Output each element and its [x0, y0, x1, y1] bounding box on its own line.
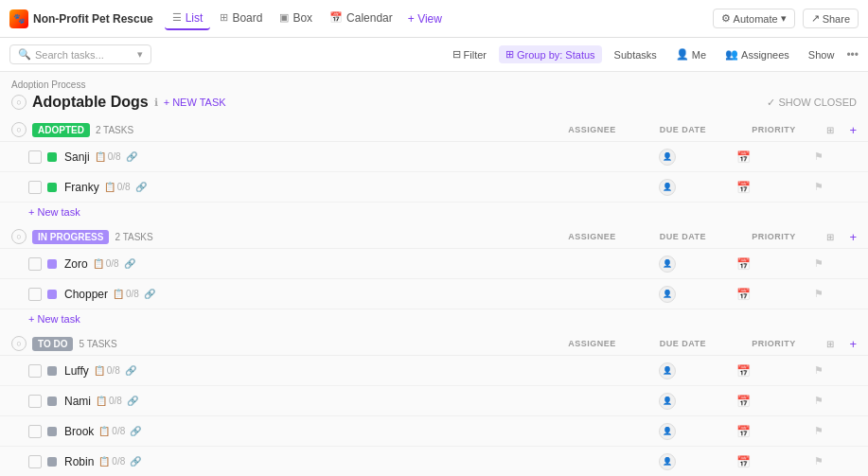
assignee-col[interactable]: 👤 [629, 256, 705, 273]
more-icon[interactable]: ••• [846, 48, 859, 62]
me-btn[interactable]: 👤 Me [669, 45, 713, 63]
tab-board[interactable]: ⊞ Board [212, 8, 270, 30]
tab-box[interactable]: ▣ Box [272, 8, 320, 30]
task-dot [47, 183, 57, 192]
board-icon: ⊞ [220, 11, 228, 24]
task-checkbox[interactable] [28, 455, 42, 468]
task-checklist-icon: 📋 0/8 [104, 182, 131, 192]
grid-icon2[interactable]: ⊞ [826, 232, 834, 242]
share-btn[interactable]: ↗ Share [803, 9, 859, 28]
grid-icon[interactable]: ⊞ [826, 125, 834, 135]
due-date-col[interactable]: 📅 [705, 425, 781, 438]
task-checkbox[interactable] [28, 425, 42, 438]
priority-flag-icon: ⚑ [814, 181, 824, 193]
assignee-col[interactable]: 👤 [629, 362, 705, 379]
priority-col[interactable]: ⚑ [781, 455, 857, 467]
collapse-icon-inprogress[interactable]: ○ [11, 229, 27, 244]
calendar-icon: 📅 [736, 364, 751, 378]
task-checklist-icon: 📋 0/8 [93, 258, 119, 269]
add-col-icon2[interactable]: + [849, 230, 857, 244]
priority-header3: PRIORITY [735, 339, 811, 348]
add-view-btn[interactable]: + View [402, 9, 448, 29]
task-checkbox[interactable] [28, 150, 42, 164]
task-dot [47, 290, 57, 299]
due-date-col[interactable]: 📅 [705, 257, 781, 271]
tab-calendar[interactable]: 📅 Calendar [322, 8, 400, 30]
show-btn[interactable]: Show [802, 46, 841, 63]
grid-icon3[interactable]: ⊞ [826, 339, 834, 349]
status-group-inprogress: ○ IN PROGRESS 2 TASKS ASSIGNEE DUE DATE … [0, 225, 868, 328]
task-checkbox[interactable] [28, 181, 42, 194]
logo-text: Non-Profit Pet Rescue [33, 12, 153, 26]
priority-col[interactable]: ⚑ [781, 395, 857, 407]
new-task-btn[interactable]: + NEW TASK [164, 97, 226, 108]
task-checklist-icon: 📋 0/8 [98, 426, 125, 436]
group-by-btn[interactable]: ⊞ Group by: Status [499, 45, 602, 63]
assignee-col[interactable]: 👤 [629, 393, 705, 410]
adopted-badge: ADOPTED [32, 123, 90, 137]
todo-count: 5 TASKS [79, 339, 116, 349]
assignee-col[interactable]: 👤 [629, 286, 705, 303]
due-date-col[interactable]: 📅 [705, 288, 781, 301]
task-checkbox[interactable] [28, 364, 42, 378]
project-expand-icon[interactable]: ○ [11, 95, 27, 110]
task-link-icon: 🔗 [130, 426, 141, 436]
assignee-col[interactable]: 👤 [629, 179, 705, 196]
calendar-icon: 📅 [736, 455, 751, 468]
status-header-inprogress: ○ IN PROGRESS 2 TASKS ASSIGNEE DUE DATE … [0, 225, 868, 249]
priority-col[interactable]: ⚑ [781, 150, 857, 163]
add-col-icon[interactable]: + [849, 123, 857, 137]
search-chevron: ▾ [137, 48, 143, 61]
task-checkbox[interactable] [28, 257, 42, 271]
priority-col[interactable]: ⚑ [781, 288, 857, 300]
task-checkbox[interactable] [28, 395, 42, 408]
collapse-icon-todo[interactable]: ○ [11, 336, 27, 351]
project-adoptable-dogs: Adoption Process ○ Adoptable Dogs ℹ + NE… [0, 72, 868, 476]
filter-btn[interactable]: ⊟ Filter [446, 45, 493, 63]
tab-list[interactable]: ☰ List [165, 8, 211, 30]
assignees-btn[interactable]: 👥 Assignees [718, 45, 796, 63]
task-name: Franky 📋 0/8 🔗 [64, 181, 629, 194]
search-box[interactable]: 🔍 Search tasks... ▾ [9, 44, 151, 64]
task-name: Chopper 📋 0/8 🔗 [64, 288, 629, 301]
collapse-icon-adopted[interactable]: ○ [11, 122, 27, 137]
task-checklist-icon: 📋 0/8 [113, 289, 139, 299]
show-closed-btn[interactable]: ✓ SHOW CLOSED [767, 97, 857, 109]
add-col-icon3[interactable]: + [849, 337, 857, 351]
due-date-col[interactable]: 📅 [705, 395, 781, 408]
due-date-col[interactable]: 📅 [705, 150, 781, 164]
inprogress-badge: IN PROGRESS [32, 230, 109, 244]
priority-col[interactable]: ⚑ [781, 257, 857, 270]
assignee-col[interactable]: 👤 [629, 423, 705, 440]
due-date-header2: DUE DATE [645, 232, 720, 241]
avatar: 👤 [659, 179, 676, 196]
inprogress-cols: ASSIGNEE DUE DATE PRIORITY ⊞ + [554, 230, 857, 244]
project-info-icon: ℹ [154, 97, 158, 109]
priority-col[interactable]: ⚑ [781, 364, 857, 377]
assignee-col[interactable]: 👤 [629, 453, 705, 470]
toolbar: 🔍 Search tasks... ▾ ⊟ Filter ⊞ Group by:… [0, 38, 868, 72]
todo-cols: ASSIGNEE DUE DATE PRIORITY ⊞ + [554, 337, 857, 351]
automate-btn[interactable]: ⚙ Automate ▾ [713, 9, 795, 28]
task-checkbox[interactable] [28, 288, 42, 301]
todo-tasks: Luffy 📋 0/8 🔗 👤 📅 ⚑ [0, 356, 868, 476]
new-task-row-inprogress[interactable]: + New task [0, 309, 868, 328]
task-row: Robin 📋 0/8 🔗 👤 📅 ⚑ [0, 447, 868, 476]
assignee-header2: ASSIGNEE [554, 232, 629, 241]
due-date-col[interactable]: 📅 [705, 181, 781, 194]
priority-col[interactable]: ⚑ [781, 181, 857, 193]
calendar-icon: 📅 [736, 150, 751, 164]
due-date-col[interactable]: 📅 [705, 455, 781, 468]
task-name: Sanji 📋 0/8 🔗 [64, 150, 629, 164]
subtasks-btn[interactable]: Subtasks [608, 46, 664, 63]
due-date-col[interactable]: 📅 [705, 364, 781, 378]
app-logo: 🐾 Non-Profit Pet Rescue [9, 9, 153, 28]
new-task-row[interactable]: + New task [0, 203, 868, 221]
nav-right: ⚙ Automate ▾ ↗ Share [713, 9, 859, 28]
task-cols: 👤 📅 ⚑ [629, 362, 857, 379]
task-checklist-icon: 📋 0/8 [95, 151, 121, 162]
calendar-icon: 📅 [736, 257, 751, 271]
assignee-col[interactable]: 👤 [629, 149, 705, 166]
task-dot [47, 457, 57, 467]
priority-col[interactable]: ⚑ [781, 425, 857, 437]
